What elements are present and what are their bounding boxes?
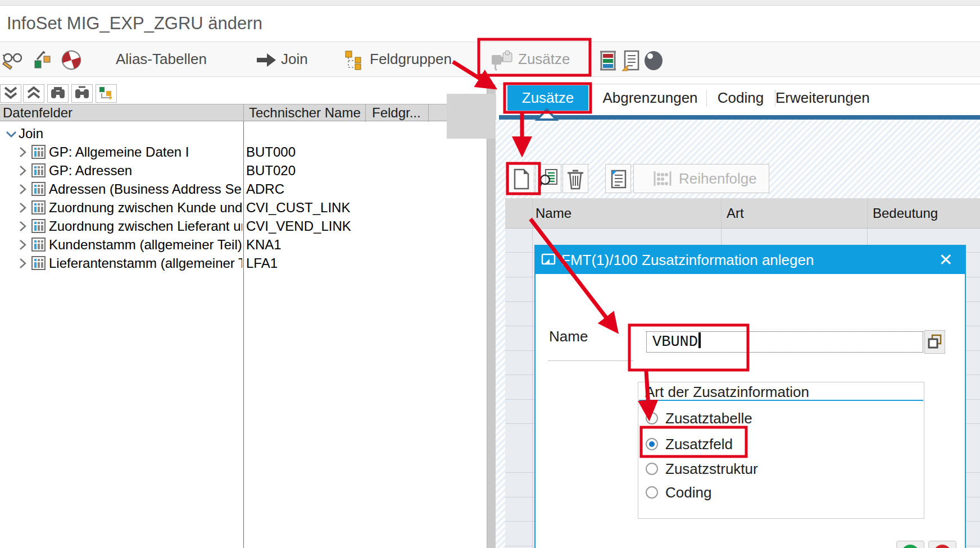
group-title-underline [639,400,923,401]
feldgruppen-button[interactable]: Feldgruppen [370,42,452,76]
copy-icon[interactable] [924,330,945,354]
chevron-right-icon[interactable] [17,165,28,179]
join-button[interactable]: Join [281,42,308,76]
tree-row[interactable]: Lieferantenstamm (allgemeiner T LFA1 [0,254,487,272]
create-button[interactable] [509,164,534,193]
radio-icon[interactable] [646,412,658,424]
tab-abgrenzungen[interactable]: Abgrenzungen [598,85,702,111]
header-divider [428,104,429,122]
field-hierarchy-button[interactable] [96,84,117,103]
datenfelder-panel: Datenfelder Technischer Name Feldgr... J… [0,104,487,548]
tree-row-label: Lieferantenstamm (allgemeiner T [49,255,242,272]
col-technischer-name: Technischer Name [249,104,361,121]
dialog-window-icon [541,253,557,270]
tree-row[interactable]: Zuordnung zwischen Lieferant ur CVI_VEND… [0,217,487,235]
window-top-strip [0,0,980,6]
alias-tabellen-button[interactable]: Alias-Tabellen [116,42,207,76]
sap-infoset-window: InfoSet MIG_EXP_ZGRU ändern Alias-Tabell… [0,0,980,548]
expand-all-button[interactable] [0,84,21,103]
radio-label: Coding [665,484,711,501]
radio-icon[interactable] [646,486,658,499]
dialog-title-bar[interactable]: FMT(1)/100 Zusatzinformation anlegen ✕ [536,246,965,274]
grid-col-bedeutung: Bedeutung [873,198,938,229]
tree-row-label: GP: Adressen [49,162,242,179]
col-datenfelder: Datenfelder [3,104,72,121]
table-icon [31,163,46,180]
chevron-right-icon[interactable] [17,146,28,161]
col-feldgruppe: Feldgr... [372,104,421,121]
tab-underline-bar [499,115,980,120]
tree-row[interactable]: Zuordnung zwischen Kunde und ( CVI_CUST_… [0,198,487,217]
table-icon [31,145,46,161]
page-title: InfoSet MIG_EXP_ZGRU ändern [7,6,262,42]
radio-coding[interactable]: Coding [646,484,711,501]
tab-zusaetze[interactable]: Zusätze [507,85,588,111]
display-button[interactable] [536,164,561,193]
cancel-button[interactable] [928,541,956,548]
tab-coding[interactable]: Coding [707,85,774,111]
delete-button[interactable] [562,164,588,193]
join-arrow-icon [256,51,277,72]
tree-row[interactable]: GP: Allgemeine Daten I BUT000 [0,143,487,161]
zusaetze-button[interactable]: Zusätze [518,42,570,76]
pie-chart-icon[interactable] [61,49,82,71]
table-icon [31,256,46,272]
name-input[interactable]: VBUND [646,331,923,353]
chevron-right-icon[interactable] [17,257,28,272]
radio-zusatztabelle[interactable]: Zusatztabelle [646,410,752,427]
tab-separator [706,90,707,107]
tree-row-label: Zuordnung zwischen Kunde und ( [49,199,242,216]
red-x-icon [932,544,952,548]
panel-splitter[interactable] [487,84,496,548]
chevron-right-icon[interactable] [17,202,28,216]
infoset-chart-icon[interactable] [33,49,54,71]
abacus-icon [653,170,672,187]
radio-zusatzstruktur[interactable]: Zusatzstruktur [646,460,758,477]
display-change-icon[interactable] [1,49,22,71]
header-divider [365,104,366,122]
radio-zusatzfeld[interactable]: Zusatzfeld [646,436,733,453]
chevron-down-icon[interactable] [4,127,18,143]
title-bar: InfoSet MIG_EXP_ZGRU ändern [0,6,980,42]
feldgruppen-icon [344,49,365,71]
tab-separator [775,90,775,107]
tree-row[interactable]: Adressen (Business Address Serv ADRC [0,180,487,198]
tab-erweiterungen[interactable]: Erweiterungen [775,85,850,111]
radio-icon[interactable] [646,463,658,475]
table-icon [31,238,46,254]
dialog-title: FMT(1)/100 Zusatzinformation anlegen [561,252,814,269]
tree-row-label: Zuordnung zwischen Lieferant ur [49,218,242,235]
documentation-button[interactable] [605,164,631,193]
find-next-icon[interactable] [71,84,93,103]
chevron-right-icon[interactable] [17,220,28,235]
confirm-button[interactable] [896,541,924,548]
tree-row[interactable]: Kundenstamm (allgemeiner Teil) KNA1 [0,235,487,254]
tabstrip-corner-block [447,94,496,139]
chevron-right-icon[interactable] [17,239,28,253]
grid-col-name: Name [536,198,571,229]
page-icon[interactable] [620,49,642,71]
text-cursor [698,332,701,348]
close-icon[interactable]: ✕ [934,246,957,274]
sphere-icon[interactable] [642,49,664,71]
art-der-zusatzinformation-group: Art der Zusatzinformation Zusatztabelle … [638,382,924,519]
find-icon[interactable] [47,84,69,103]
zusatzinformation-dialog: FMT(1)/100 Zusatzinformation anlegen ✕ N… [534,245,966,548]
radio-selected-icon[interactable] [646,438,658,450]
tree-root-join[interactable]: Join [0,124,487,143]
group-title: Art der Zusatzinformation [645,383,809,401]
tree-row-tech: LFA1 [246,255,278,272]
reihenfolge-label: Reihenfolge [679,170,757,188]
grid-divider [532,198,533,548]
chevron-right-icon[interactable] [17,183,28,198]
collapse-all-button[interactable] [23,84,44,103]
lineup-icon[interactable] [598,49,619,71]
radio-label: Zusatzstruktur [665,460,758,478]
tree-row[interactable]: GP: Adressen BUT020 [0,161,487,180]
main-toolbar: Alias-Tabellen Join Feldgruppen Zusätze [0,42,980,77]
reihenfolge-button[interactable]: Reihenfolge [633,164,769,193]
green-check-icon [900,544,920,548]
radio-label: Zusatztabelle [665,410,752,427]
grid-header: Name Art Bedeutung [505,198,980,229]
name-input-value: VBUND [652,334,698,350]
